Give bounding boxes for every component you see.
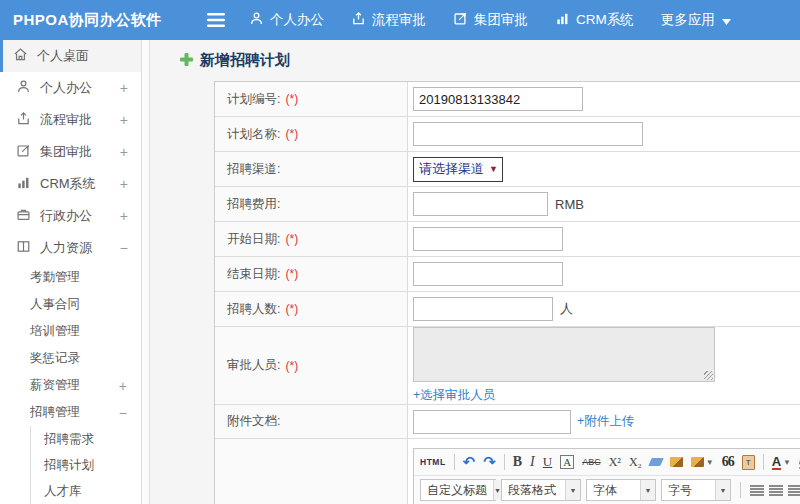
sidebar-item-recruitment[interactable]: 招聘管理 − [0, 399, 141, 426]
form-row-attachment: 附件文档: +附件上传 [215, 405, 800, 439]
collapse-toggle[interactable]: − [120, 240, 128, 256]
channel-select[interactable]: 请选择渠道 ▼ [413, 157, 503, 182]
end-date-label: 结束日期:(*) [215, 257, 408, 291]
sidebar-item-talent-pool[interactable]: 人才库 [31, 478, 141, 504]
cost-label: 招聘费用: [215, 187, 408, 221]
sidebar-item-recruit-demand[interactable]: 招聘需求 [31, 426, 141, 452]
sidebar-item-rewards[interactable]: 奖惩记录 [0, 345, 141, 372]
main-content: 新增招聘计划 计划编号:(*) 计划名称:(*) [149, 40, 800, 504]
format-paint-button[interactable]: ▼ [691, 457, 714, 467]
start-date-label: 开始日期:(*) [215, 222, 408, 256]
sidebar-item-admin-office[interactable]: 行政办公 + [0, 200, 141, 232]
html-source-button[interactable]: HTML [420, 457, 446, 467]
custom-title-select[interactable]: 自定义标题 ▼ [420, 479, 496, 501]
book-icon [16, 239, 40, 257]
caret-down-icon: ▼ [715, 480, 730, 500]
sidebar-item-hr-contract[interactable]: 人事合同 [0, 291, 141, 318]
align-left-button[interactable] [750, 485, 764, 496]
workflow-icon [16, 111, 40, 129]
required-mark: (*) [285, 127, 298, 141]
nav-item-personal-office[interactable]: 个人办公 [249, 11, 324, 29]
expand-toggle[interactable]: + [120, 112, 128, 128]
format-brush-button[interactable] [670, 457, 683, 467]
bold-button[interactable]: B [513, 454, 522, 470]
resize-handle-icon[interactable] [704, 371, 713, 380]
brush-icon [670, 457, 683, 467]
sidebar-item-group-approval[interactable]: 集团审批 + [0, 136, 141, 168]
sidebar-item-personal-office[interactable]: 个人办公 + [0, 72, 141, 104]
editor-toolbar-top: HTML ↶ ↷ B I U A ABC X² X₂ [414, 449, 800, 476]
form-row-plan-no: 计划编号:(*) [215, 82, 800, 117]
sidebar-item-recruit-plan[interactable]: 招聘计划 [31, 452, 141, 478]
underline-button[interactable]: U [543, 454, 552, 470]
sidebar-gap [142, 40, 149, 504]
topnav: 个人办公 流程审批 集团审批 CRM系统 更多应用 [249, 11, 764, 29]
expand-toggle[interactable]: + [120, 144, 128, 160]
strikethrough-button[interactable]: ABC [582, 457, 601, 467]
sidebar-item-salary[interactable]: 薪资管理 + [0, 372, 141, 399]
font-color-button[interactable]: A▼ [772, 455, 791, 470]
collapse-toggle[interactable]: − [119, 405, 127, 421]
plan-no-label: 计划编号:(*) [215, 82, 408, 116]
superscript-button[interactable]: X² [609, 455, 621, 470]
required-mark: (*) [285, 359, 298, 373]
sidebar-item-workflow-approval[interactable]: 流程审批 + [0, 104, 141, 136]
cost-input[interactable] [413, 192, 548, 216]
nav-item-crm[interactable]: CRM系统 [555, 11, 634, 29]
sidebar: 个人桌面 个人办公 + 流程审批 + 集团审批 + CRM系统 + 行政办公 + [0, 40, 142, 504]
attachment-input[interactable] [413, 410, 571, 434]
caret-down-icon: ▼ [493, 480, 501, 500]
form-row-channel: 招聘渠道: 请选择渠道 ▼ [215, 152, 800, 187]
subscript-button[interactable]: X₂ [629, 455, 642, 470]
nav-item-workflow-approval[interactable]: 流程审批 [351, 11, 426, 29]
autotype-button[interactable]: A [560, 455, 574, 469]
chart-icon [16, 175, 40, 193]
font-size-select[interactable]: 字号 ▼ [661, 479, 731, 501]
form-row-plan-name: 计划名称:(*) [215, 117, 800, 152]
font-family-select[interactable]: 字体 ▼ [586, 479, 656, 501]
expand-toggle[interactable]: + [119, 378, 127, 394]
form-row-cost: 招聘费用: RMB [215, 187, 800, 222]
briefcase-icon [16, 207, 40, 225]
chart-icon [555, 11, 576, 29]
eraser-button[interactable] [650, 458, 662, 466]
form-row-editor: HTML ↶ ↷ B I U A ABC X² X₂ [215, 439, 800, 504]
sidebar-item-hr[interactable]: 人力资源 − [0, 232, 141, 264]
expand-toggle[interactable]: + [120, 176, 128, 192]
caret-down-icon: ▼ [640, 480, 655, 500]
plan-no-input[interactable] [413, 87, 583, 111]
paste-button[interactable]: T [742, 455, 755, 470]
sidebar-item-desktop[interactable]: 个人桌面 [0, 40, 141, 72]
approvers-textarea[interactable] [413, 327, 715, 382]
caret-down-icon: ▼ [706, 458, 714, 467]
plan-name-input[interactable] [413, 122, 643, 146]
required-mark: (*) [285, 232, 298, 246]
page-title: 新增招聘计划 [200, 51, 290, 70]
align-right-icon [788, 485, 800, 496]
align-center-button[interactable] [769, 485, 783, 496]
select-approvers-link[interactable]: +选择审批人员 [413, 387, 495, 404]
expand-toggle[interactable]: + [120, 80, 128, 96]
start-date-input[interactable] [413, 227, 563, 251]
sidebar-item-crm[interactable]: CRM系统 + [0, 168, 141, 200]
hamburger-icon[interactable] [207, 13, 225, 27]
nav-item-more-apps[interactable]: 更多应用 [661, 11, 737, 29]
topbar: PHPOA协同办公软件 个人办公 流程审批 集团审批 CRM系统 更多应用 [0, 0, 800, 40]
undo-button[interactable]: ↶ [463, 453, 476, 471]
expand-toggle[interactable]: + [120, 208, 128, 224]
user-icon [249, 11, 270, 29]
end-date-input[interactable] [413, 262, 563, 286]
paragraph-format-select[interactable]: 段落格式 ▼ [501, 479, 581, 501]
nav-item-group-approval[interactable]: 集团审批 [453, 11, 528, 29]
redo-button[interactable]: ↷ [483, 453, 496, 471]
italic-button[interactable]: I [530, 454, 535, 470]
sidebar-item-training[interactable]: 培训管理 [0, 318, 141, 345]
upload-attachment-link[interactable]: +附件上传 [577, 413, 634, 430]
sidebar-item-attendance[interactable]: 考勤管理 [0, 264, 141, 291]
form-row-end-date: 结束日期:(*) [215, 257, 800, 292]
approvers-label: 审批人员:(*) [215, 327, 408, 404]
blockquote-button[interactable]: 66 [722, 454, 734, 470]
headcount-input[interactable] [413, 297, 553, 321]
align-right-button[interactable] [788, 485, 800, 496]
form-row-headcount: 招聘人数:(*) 人 [215, 292, 800, 327]
